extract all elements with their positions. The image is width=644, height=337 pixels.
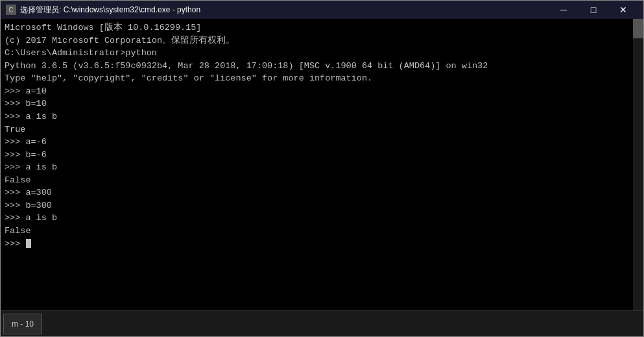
- console-line: >>> a is b: [5, 212, 639, 225]
- console-line: Python 3.6.5 (v3.6.5:f59c0932b4, Mar 28 …: [5, 60, 639, 73]
- console-line: False: [5, 225, 639, 238]
- window-controls: ─ □ ✕: [549, 1, 638, 19]
- close-button[interactable]: ✕: [608, 1, 638, 19]
- cursor: [26, 239, 31, 248]
- console-line: C:\Users\Administrator>python: [5, 47, 639, 60]
- console-line: >>> b=10: [5, 97, 639, 110]
- console-line: True: [5, 123, 639, 136]
- scrollbar-thumb[interactable]: [633, 19, 643, 38]
- minimize-button[interactable]: ─: [549, 1, 578, 19]
- console-line: >>> a is b: [5, 110, 639, 123]
- scrollbar[interactable]: [633, 19, 643, 310]
- cmd-window: C 选择管理员: C:\windows\system32\cmd.exe - p…: [0, 0, 644, 337]
- console-line: >>> a=-6: [5, 136, 639, 149]
- title-bar-left: C 选择管理员: C:\windows\system32\cmd.exe - p…: [6, 5, 200, 16]
- console-line: >>> b=-6: [5, 149, 639, 162]
- maximize-button[interactable]: □: [578, 1, 608, 19]
- console-line: (c) 2017 Microsoft Corporation。保留所有权利。: [5, 34, 639, 47]
- console-line: >>> a=300: [5, 186, 639, 199]
- console-line: >>> b=300: [5, 199, 639, 212]
- console-output: Microsoft Windows [版本 10.0.16299.15] (c)…: [5, 21, 639, 250]
- console-line: False: [5, 174, 639, 187]
- title-bar: C 选择管理员: C:\windows\system32\cmd.exe - p…: [1, 1, 643, 19]
- taskbar-item-label: m - 10: [12, 319, 34, 329]
- console-line: Type "help", "copyright", "credits" or "…: [5, 72, 639, 85]
- console-line: >>> a is b: [5, 161, 639, 174]
- console-line: >>> a=10: [5, 85, 639, 98]
- cmd-icon: C: [6, 5, 16, 15]
- console-body[interactable]: Microsoft Windows [版本 10.0.16299.15] (c)…: [1, 19, 643, 310]
- taskbar-item[interactable]: m - 10: [3, 314, 42, 334]
- window-title: 选择管理员: C:\windows\system32\cmd.exe - pyt…: [20, 5, 200, 16]
- taskbar: m - 10: [1, 310, 643, 336]
- console-prompt-line: >>>: [5, 238, 639, 251]
- console-line: Microsoft Windows [版本 10.0.16299.15]: [5, 21, 639, 34]
